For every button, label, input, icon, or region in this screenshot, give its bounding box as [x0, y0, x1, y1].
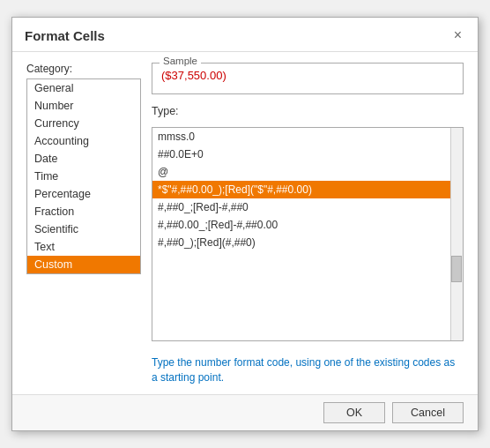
close-button[interactable]: ×	[450, 26, 465, 44]
type-list[interactable]: mmss.0 ##0.0E+0 @ *$"#,##0.00_);[Red]("$…	[152, 127, 464, 341]
sample-value: ($37,550.00)	[161, 69, 454, 86]
category-item-accounting[interactable]: Accounting	[27, 132, 140, 150]
dialog-footer: OK Cancel	[12, 394, 478, 430]
sample-group: Sample ($37,550.00)	[152, 63, 464, 94]
ok-button[interactable]: OK	[323, 402, 385, 423]
sample-legend: Sample	[160, 56, 201, 66]
category-item-custom[interactable]: Custom	[27, 256, 140, 273]
category-item-general[interactable]: General	[27, 79, 140, 97]
type-item-2[interactable]: ##0.0E+0	[152, 146, 463, 163]
dialog-title: Format Cells	[25, 28, 105, 43]
type-item-6[interactable]: #,##0.00_;[Red]-#,##0.00	[152, 216, 463, 234]
type-item-4[interactable]: *$"#,##0.00_);[Red]("$"#,##0.00)	[152, 181, 463, 198]
type-item-7[interactable]: #,##0_);[Red](#,##0)	[152, 234, 463, 251]
scrollbar-track[interactable]	[450, 128, 463, 340]
type-item-5[interactable]: #,##0_;[Red]-#,##0	[152, 198, 463, 216]
cancel-button[interactable]: Cancel	[392, 402, 464, 423]
title-bar: Format Cells ×	[12, 18, 478, 52]
main-content: Category: General Number Currency Accoun…	[26, 63, 464, 385]
type-label: Type:	[152, 105, 464, 117]
format-cells-dialog: Format Cells × Category: General Number …	[11, 17, 479, 431]
category-label: Category:	[26, 63, 141, 75]
right-panel: Sample ($37,550.00) Type: mmss.0 ##0.0E+…	[152, 63, 464, 385]
type-item-3[interactable]: @	[152, 163, 463, 181]
scrollbar-thumb[interactable]	[451, 256, 462, 282]
type-item-1[interactable]: mmss.0	[152, 128, 463, 146]
dialog-body: Category: General Number Currency Accoun…	[12, 52, 478, 394]
category-list: General Number Currency Accounting Date …	[26, 78, 141, 274]
category-item-text[interactable]: Text	[27, 238, 140, 256]
category-item-scientific[interactable]: Scientific	[27, 220, 140, 238]
category-item-date[interactable]: Date	[27, 150, 140, 168]
category-section: Category: General Number Currency Accoun…	[26, 63, 141, 385]
category-item-fraction[interactable]: Fraction	[27, 203, 140, 220]
category-item-currency[interactable]: Currency	[27, 115, 140, 132]
category-item-percentage[interactable]: Percentage	[27, 185, 140, 203]
hint-text: Type the number format code, using one o…	[152, 355, 464, 385]
category-item-time[interactable]: Time	[27, 168, 140, 185]
category-item-number[interactable]: Number	[27, 97, 140, 115]
